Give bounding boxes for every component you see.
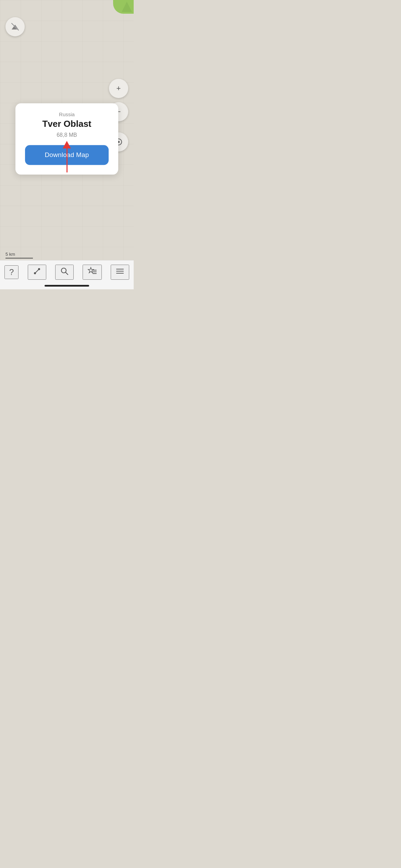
nav-menu-button[interactable]: [111, 265, 129, 280]
svg-line-7: [65, 273, 68, 275]
arrow-line: [66, 148, 68, 172]
search-icon: [60, 267, 69, 278]
nav-search-button[interactable]: [55, 265, 74, 280]
nav-help-button[interactable]: ?: [4, 265, 19, 279]
nav-saved-button[interactable]: [83, 265, 102, 280]
zoom-in-icon: +: [117, 84, 121, 93]
card-size-label: 68,8 MB: [25, 132, 109, 138]
menu-icon: [116, 267, 124, 278]
card-region-label: Russia: [25, 111, 109, 117]
card-title: Tver Oblast: [25, 119, 109, 129]
scale-bar: 5 km: [5, 252, 33, 258]
terrain-off-icon: [10, 22, 20, 32]
saved-icon: [87, 267, 97, 278]
svg-line-5: [36, 270, 38, 273]
nav-directions-button[interactable]: [28, 265, 46, 280]
scale-label: 5 km: [5, 252, 33, 257]
directions-icon: [33, 267, 41, 278]
zoom-in-button[interactable]: +: [109, 79, 128, 98]
arrow-head: [63, 141, 71, 148]
terrain-toggle-button[interactable]: [5, 17, 25, 36]
scale-line: [5, 258, 33, 258]
home-indicator: [45, 285, 89, 287]
annotation-arrow: [63, 142, 71, 172]
help-icon: ?: [9, 267, 14, 277]
